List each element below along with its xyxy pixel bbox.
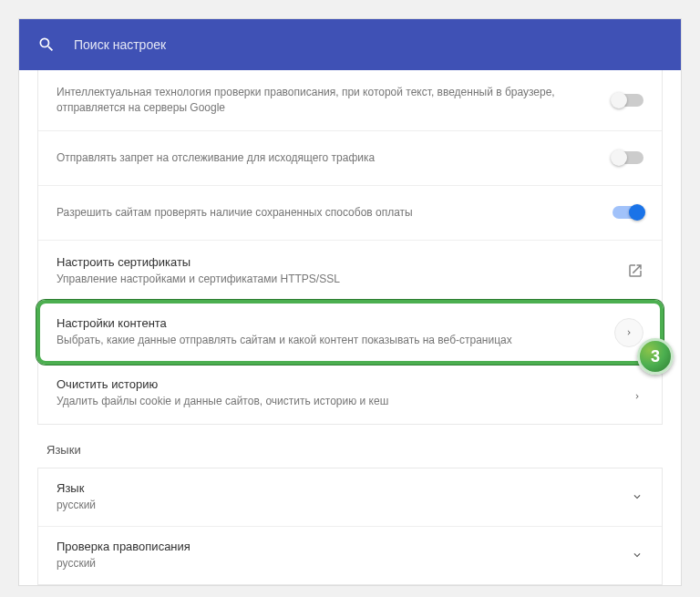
payment-toggle[interactable] bbox=[612, 206, 643, 219]
lang-title: Язык bbox=[57, 481, 612, 495]
row-text: Интеллектуальная технология проверки пра… bbox=[57, 85, 612, 116]
chevron-right-icon bbox=[624, 324, 633, 341]
dnt-toggle[interactable] bbox=[612, 151, 643, 164]
privacy-card: Интеллектуальная технология проверки пра… bbox=[37, 70, 663, 425]
payment-label: Разрешить сайтам проверять наличие сохра… bbox=[57, 205, 594, 221]
row-text: Язык русский bbox=[57, 481, 631, 513]
spellcheck-row: Интеллектуальная технология проверки пра… bbox=[38, 70, 662, 131]
languages-card: Язык русский Проверка правописания русск… bbox=[37, 468, 663, 585]
certs-title: Настроить сертификаты bbox=[57, 255, 609, 269]
lang-value: русский bbox=[57, 498, 612, 513]
chevron-right-icon bbox=[633, 388, 643, 399]
spellcheck-label: Интеллектуальная технология проверки пра… bbox=[57, 85, 594, 116]
content-title: Настройки контента bbox=[57, 316, 596, 330]
languages-section-title: Языки bbox=[19, 425, 681, 468]
step-badge: 3 bbox=[637, 338, 674, 375]
certs-desc: Управление настройками и сертификатами H… bbox=[57, 272, 609, 287]
settings-page: Интеллектуальная технология проверки пра… bbox=[18, 18, 682, 586]
external-link-icon bbox=[627, 262, 643, 279]
clear-desc: Удалить файлы cookie и данные сайтов, оч… bbox=[57, 394, 614, 409]
row-text: Настройки контента Выбрать, какие данные… bbox=[57, 316, 614, 348]
row-text: Разрешить сайтам проверять наличие сохра… bbox=[57, 205, 612, 221]
chevron-down-icon bbox=[631, 549, 643, 561]
content-settings-row[interactable]: Настройки контента Выбрать, какие данные… bbox=[36, 300, 664, 365]
dnt-row: Отправлять запрет на отслеживание для ис… bbox=[38, 131, 662, 186]
spellcheck-toggle[interactable] bbox=[612, 94, 643, 107]
row-text: Очистить историю Удалить файлы cookie и … bbox=[57, 377, 633, 409]
spell-value: русский bbox=[57, 556, 612, 571]
row-text: Настроить сертификаты Управление настрой… bbox=[57, 255, 627, 287]
search-input[interactable] bbox=[74, 37, 663, 52]
search-bar bbox=[19, 19, 681, 70]
clear-title: Очистить историю bbox=[57, 377, 614, 391]
spell-title: Проверка правописания bbox=[57, 540, 612, 553]
chevron-down-icon bbox=[631, 490, 643, 503]
row-text: Проверка правописания русский bbox=[57, 540, 631, 571]
content-arrow-button[interactable] bbox=[614, 318, 643, 347]
payment-row: Разрешить сайтам проверять наличие сохра… bbox=[38, 186, 662, 241]
content-desc: Выбрать, какие данные отправлять сайтам … bbox=[57, 333, 596, 348]
certificates-row[interactable]: Настроить сертификаты Управление настрой… bbox=[38, 241, 662, 303]
clear-history-row[interactable]: Очистить историю Удалить файлы cookie и … bbox=[38, 363, 662, 424]
row-text: Отправлять запрет на отслеживание для ис… bbox=[57, 150, 612, 166]
dnt-label: Отправлять запрет на отслеживание для ис… bbox=[57, 150, 594, 166]
spellcheck-lang-row[interactable]: Проверка правописания русский bbox=[38, 527, 662, 584]
search-icon bbox=[37, 36, 56, 54]
language-row[interactable]: Язык русский bbox=[38, 468, 662, 527]
